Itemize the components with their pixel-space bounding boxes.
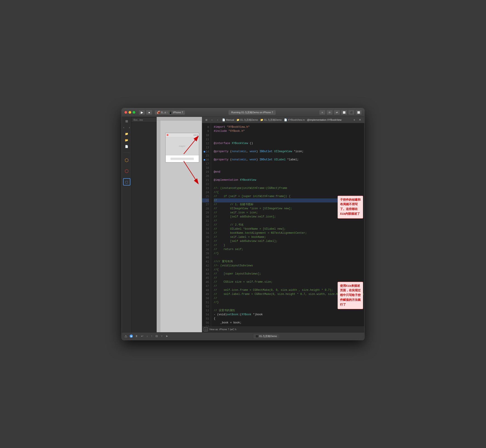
grid-icon[interactable]: ⊞	[124, 119, 129, 124]
run-button[interactable]: ▶	[139, 110, 145, 115]
add-tab-icon[interactable]: +	[352, 117, 357, 122]
nav-forward-icon[interactable]: ›	[127, 125, 132, 130]
ln-8: 8	[202, 125, 209, 129]
ln-25: 25	[202, 194, 209, 198]
step-down-icon[interactable]: ↓	[146, 334, 149, 338]
titlebar-right: ≡ ⟳ ⇄ ⬜ ⬛ ⬜	[319, 110, 362, 115]
device-label: iPhone 7	[173, 111, 183, 114]
status-bar-center: Running 01-九宫格Demo on iPhone 7	[187, 110, 318, 115]
layout-btn-3[interactable]: ⇄	[334, 110, 340, 115]
warning-icon[interactable]: ⚠	[124, 334, 128, 338]
xib-close	[167, 134, 168, 136]
view-as-text: View as: iPhone 7 (wC h	[209, 328, 236, 331]
breadcrumb-impl[interactable]: @implementation XYBookView	[307, 119, 341, 121]
code-line-54: - (void)setBook:(XYBook *)book	[214, 312, 362, 317]
ln-54: 54	[202, 312, 209, 317]
ln-52: 52	[202, 304, 209, 308]
ib-canvas: mageV	[157, 117, 202, 332]
view-as-bar: ▢ View as: iPhone 7 (wC h	[202, 326, 364, 332]
ln-10: 10	[202, 133, 209, 137]
code-line-13	[214, 145, 362, 150]
breadcrumb-demo2[interactable]: 📁 01-九宫格Demo	[260, 118, 282, 122]
ln-13: 13	[202, 145, 209, 150]
ln-47: 47	[202, 284, 209, 288]
xib-imageview: mageV	[166, 137, 199, 155]
breadcrumb-forward-icon[interactable]: ›	[215, 117, 220, 122]
layers-icon[interactable]: ⊟	[155, 334, 159, 338]
ln-28: 28	[202, 207, 209, 211]
code-line-15	[214, 153, 362, 158]
code-line-23: //- (instancetype)initWithFrame:(CGRect)…	[214, 186, 362, 190]
step-up-icon[interactable]: ↑	[150, 334, 153, 338]
stop-button[interactable]: ■	[146, 110, 152, 115]
file-icon[interactable]: 📄	[124, 144, 129, 149]
ln-57: 57	[202, 325, 209, 326]
step-back-icon[interactable]: ↩	[140, 334, 144, 338]
xib-dot1	[194, 135, 195, 136]
ln-30: 30	[202, 215, 209, 219]
square-frame-icon[interactable]: ▢	[123, 178, 130, 185]
code-line-20	[214, 174, 362, 178]
code-line-44: // [super layoutSubviews];	[214, 272, 362, 276]
titlebar-controls: ▶ ■	[139, 110, 152, 115]
ln-46: 46	[202, 280, 209, 284]
code-line-39: //}	[214, 251, 362, 256]
layout-btn-5[interactable]: ⬛	[348, 110, 354, 115]
ln-44: 44	[202, 272, 209, 276]
project-label-container[interactable]: ⊞ 01-九宫格Demo	[253, 334, 279, 338]
scheme-selector[interactable]: 🏈 0...o › 📱 iPhone 7	[155, 110, 185, 115]
breadcrumb-file[interactable]: 📄 XYBookView.m	[284, 119, 305, 121]
code-line-37: // }	[214, 243, 362, 247]
code-line-40	[214, 256, 362, 260]
cube-3d-icon[interactable]: ⬡	[123, 157, 130, 164]
layout-btn-6[interactable]: ⬜	[356, 110, 362, 115]
xib-view[interactable]: mageV	[165, 133, 199, 163]
ln-16: ●16	[202, 158, 209, 162]
layout-btn-1[interactable]: ≡	[319, 110, 325, 115]
code-line-18	[214, 166, 362, 170]
close-button[interactable]	[124, 111, 127, 114]
xib-body: mageV	[166, 137, 199, 162]
folder-icon[interactable]: 📁	[124, 131, 129, 136]
layout-btn-4[interactable]: ⬜	[341, 110, 347, 115]
ln-18: 18	[202, 166, 209, 170]
code-line-38: // return self;	[214, 247, 362, 251]
line-numbers: 8 9 10 11 12 13 ●14 15 ●16 17 18 19 20 2…	[202, 123, 211, 326]
scheme-label: 0...o	[161, 111, 166, 114]
breadcrumb-demo1[interactable]: 📁 01-九宫格Demo	[236, 118, 258, 122]
run-dot[interactable]: ▶	[130, 335, 133, 338]
ln-56: 56	[202, 321, 209, 325]
scheme-icon: 🏈	[157, 111, 160, 114]
cube-red-icon[interactable]: ⬡	[123, 167, 130, 175]
code-line-12: @interface XYBookView ()	[214, 141, 362, 145]
sep1: |	[221, 119, 222, 121]
ln-53: 53	[202, 308, 209, 312]
pause-icon[interactable]: ⏸	[134, 334, 139, 338]
breadcrumb-manual[interactable]: 📄 Manual	[222, 119, 234, 121]
view-icon[interactable]: ▢	[204, 327, 208, 331]
breadcrumb-grid-icon[interactable]: ⊞	[204, 117, 209, 122]
device-icon: 📱	[169, 111, 172, 114]
maximize-button[interactable]	[133, 111, 135, 114]
status-label: Running 01-九宫格Demo on iPhone 7	[229, 110, 276, 115]
ln-36: 36	[202, 239, 209, 243]
nav-back-icon[interactable]: ‹	[122, 125, 126, 130]
code-line-10	[214, 133, 362, 137]
minimize-button[interactable]	[129, 111, 131, 114]
breadcrumb-bar: ⊞ ‹ › | 📄 Manual › 📁 01-九宫格Demo › 📁 01-九…	[202, 117, 364, 123]
code-line-45: //	[214, 276, 362, 280]
project-icon: ⊞	[256, 335, 258, 338]
code-line-9: #include "XYBook.h"	[214, 129, 362, 133]
ln-43: 43	[202, 268, 209, 272]
folder2-icon[interactable]: 📂	[124, 138, 129, 143]
code-content[interactable]: #import "XYBookView.h" #include "XYBook.…	[211, 123, 364, 326]
close-tab-icon[interactable]: ✕	[357, 117, 362, 122]
layout-btn-2[interactable]: ⟳	[327, 110, 333, 115]
xib-label-bar	[171, 158, 194, 160]
breadcrumb-back-icon[interactable]: ‹	[209, 117, 214, 122]
branch-icon[interactable]: ⑂	[160, 334, 164, 338]
ln-40: 40	[202, 256, 209, 260]
code-line-32: // // 2.书名	[214, 223, 362, 227]
code-editor: 8 9 10 11 12 13 ●14 15 ●16 17 18 19 20 2…	[202, 123, 364, 326]
location-icon[interactable]: ➤	[165, 334, 169, 338]
